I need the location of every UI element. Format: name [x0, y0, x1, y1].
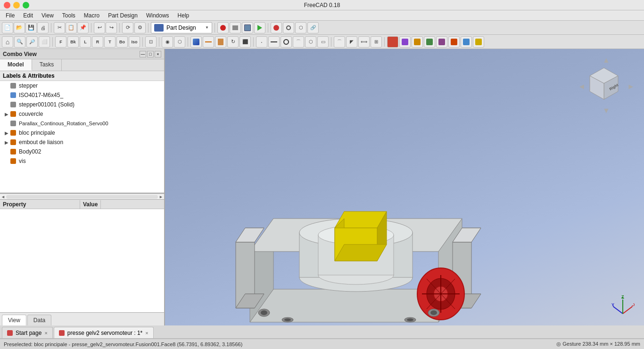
- undo-button[interactable]: ↩: [94, 22, 105, 33]
- combo-maximize-button[interactable]: □: [147, 51, 154, 57]
- open-button[interactable]: 📂: [14, 22, 25, 33]
- menu-help[interactable]: Help: [174, 11, 193, 20]
- zoom-in-button[interactable]: 🔍: [14, 36, 25, 48]
- extra2-button[interactable]: [436, 36, 447, 48]
- tree-item-stepper[interactable]: stepper: [0, 81, 164, 90]
- nav-cube[interactable]: Right: [585, 65, 623, 103]
- point-button[interactable]: ·: [256, 36, 267, 48]
- tree-hscroll[interactable]: ◄ ►: [0, 194, 164, 199]
- extra1-button[interactable]: [424, 36, 435, 48]
- nav-cube-area[interactable]: ▲ ▼ ◄ ► Right: [578, 56, 635, 117]
- rect-button[interactable]: ▭: [317, 36, 329, 48]
- tree-item-stepper001001[interactable]: stepper001001 (Solid): [0, 100, 164, 109]
- arc-button[interactable]: ⌒: [293, 36, 304, 48]
- hscroll-bar[interactable]: [6, 195, 158, 199]
- fillet-button[interactable]: ⌒: [334, 36, 345, 48]
- attach-button[interactable]: 🔗: [307, 22, 319, 33]
- home-view-button[interactable]: ⌂: [2, 36, 13, 48]
- close-button[interactable]: [4, 2, 10, 8]
- menu-macro[interactable]: Macro: [80, 11, 103, 20]
- part-design-body-button[interactable]: [190, 36, 202, 48]
- menu-partdesign[interactable]: Part Design: [104, 11, 141, 20]
- bottom-view-button[interactable]: Bo: [116, 36, 128, 48]
- menu-edit[interactable]: Edit: [19, 11, 37, 20]
- save-macro-button[interactable]: [242, 22, 253, 33]
- bbox-button[interactable]: ⬜: [39, 36, 50, 48]
- redo-button[interactable]: ↪: [106, 22, 117, 33]
- tree-item-vis[interactable]: vis: [0, 156, 164, 166]
- panel-tab-view[interactable]: View: [2, 315, 26, 325]
- extrude-button[interactable]: [215, 36, 226, 48]
- stop-button[interactable]: [230, 22, 241, 33]
- right-view-button[interactable]: R: [92, 36, 103, 48]
- menu-file[interactable]: File: [2, 11, 18, 20]
- zoom-out-button[interactable]: 🔎: [26, 36, 38, 48]
- minimize-button[interactable]: [13, 2, 20, 8]
- boolean-button[interactable]: [387, 36, 398, 48]
- paste-button[interactable]: 📌: [77, 22, 89, 33]
- circle-button[interactable]: [281, 36, 292, 48]
- sweep-button[interactable]: [412, 36, 423, 48]
- chamfer-button[interactable]: ◤: [346, 36, 357, 48]
- iso-view-button[interactable]: Iso: [129, 36, 140, 48]
- line-button[interactable]: [268, 36, 280, 48]
- back-view-button[interactable]: Bk: [67, 36, 79, 48]
- extra3-button[interactable]: [448, 36, 460, 48]
- measure-button[interactable]: ⬡: [295, 22, 306, 33]
- tree-item-parallax[interactable]: Parallax_Continous_Rotation_Servo00: [0, 119, 164, 128]
- macro-button[interactable]: ⚙: [134, 22, 146, 33]
- tree-item-iso4017[interactable]: ISO4017-M6x45_: [0, 90, 164, 100]
- menu-windows[interactable]: Windows: [142, 11, 173, 20]
- extra5-button[interactable]: [473, 36, 484, 48]
- tree-item-bloc[interactable]: ▶ bloc principale: [0, 128, 164, 138]
- combo-close-button[interactable]: ×: [155, 51, 161, 57]
- pocket-button[interactable]: ⬛: [239, 36, 251, 48]
- start-tab-close[interactable]: ×: [44, 330, 47, 336]
- nav-up-arrow[interactable]: ▲: [603, 56, 610, 65]
- tree-item-embout[interactable]: ▶ embout de liaison: [0, 138, 164, 147]
- tab-model[interactable]: Model: [0, 59, 32, 71]
- nav-right-arrow[interactable]: ►: [627, 82, 635, 91]
- left-view-button[interactable]: L: [80, 36, 91, 48]
- record-button[interactable]: [217, 22, 229, 33]
- copy-button[interactable]: 📋: [66, 22, 77, 33]
- menu-view[interactable]: View: [38, 11, 58, 20]
- expand-arrow-bloc[interactable]: ▶: [4, 130, 9, 136]
- print-button[interactable]: 🖨: [37, 22, 49, 33]
- scroll-left-arrow[interactable]: ◄: [1, 195, 5, 199]
- panel-tab-data[interactable]: Data: [27, 315, 51, 325]
- scroll-right-arrow[interactable]: ►: [159, 195, 163, 199]
- viewport[interactable]: ▲ ▼ ◄ ► Right: [165, 49, 644, 325]
- nav-left-arrow[interactable]: ◄: [578, 82, 586, 91]
- play-macro-button[interactable]: [254, 22, 265, 33]
- tree-item-body002[interactable]: Body002: [0, 147, 164, 156]
- doc-tab-start[interactable]: Start page ×: [2, 327, 53, 338]
- tab-tasks[interactable]: Tasks: [32, 59, 62, 71]
- draw-style-button[interactable]: ◉: [162, 36, 173, 48]
- doc-tab-presse[interactable]: presse gelv2 servomoteur : 1* ×: [54, 327, 154, 338]
- pattern-button[interactable]: ⊞: [371, 36, 382, 48]
- tree-item-couvercle[interactable]: ▶ couvercle: [0, 109, 164, 119]
- maximize-button[interactable]: [23, 2, 29, 8]
- render-button[interactable]: [271, 22, 282, 33]
- menu-tools[interactable]: Tools: [58, 11, 79, 20]
- sketch-button[interactable]: [203, 36, 214, 48]
- tree-area[interactable]: Labels & Attributes stepper ISO4017-M6x4…: [0, 71, 164, 194]
- snap-button[interactable]: [283, 22, 294, 33]
- revolve-button[interactable]: ↻: [227, 36, 239, 48]
- front-view-button[interactable]: F: [55, 36, 66, 48]
- save-button[interactable]: 💾: [25, 22, 37, 33]
- nav-down-arrow[interactable]: ▼: [603, 106, 610, 115]
- expand-arrow-embout[interactable]: ▶: [4, 140, 9, 145]
- top-view-button[interactable]: T: [104, 36, 116, 48]
- workbench-selector[interactable]: Part Design ▼: [151, 22, 212, 33]
- extra4-button[interactable]: [461, 36, 472, 48]
- poly-button[interactable]: ⬡: [305, 36, 316, 48]
- refresh-button[interactable]: ⟳: [122, 22, 133, 33]
- loft-button[interactable]: [399, 36, 411, 48]
- combo-minimize-button[interactable]: —: [140, 51, 146, 57]
- presse-tab-close[interactable]: ×: [145, 330, 148, 336]
- stereo-button[interactable]: ⬡: [174, 36, 185, 48]
- new-button[interactable]: 📄: [2, 22, 13, 33]
- fit-all-button[interactable]: ⊡: [145, 36, 157, 48]
